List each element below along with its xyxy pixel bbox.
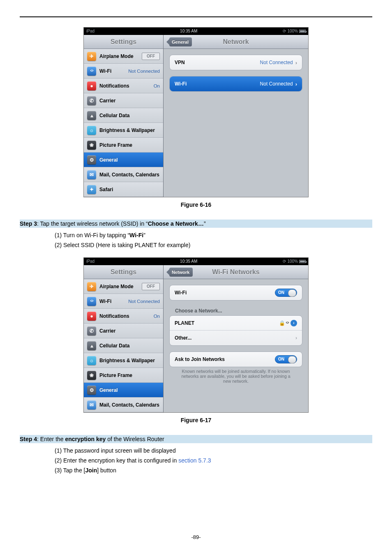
step4-item3-suffix: ] button [97, 467, 116, 474]
step-3-bold: Choose a Network… [148, 220, 204, 227]
step-3-text-prefix: : Tap the target wireless network (SSID)… [37, 220, 148, 227]
battery-icon [299, 260, 306, 263]
sidebar-item-notifications[interactable]: ● Notifications On [84, 309, 163, 324]
step-4-text-suffix: of the Wireless Router [106, 436, 164, 442]
other-label: Other... [175, 335, 191, 341]
detail-panel: Network General VPN Not Connected › [164, 35, 308, 197]
orientation-lock-icon: ⟳ [283, 28, 286, 35]
wifi-state: Not Connected [128, 69, 160, 74]
wifi-icon: ⌔ [87, 297, 96, 306]
status-ipad: iPad [86, 258, 95, 265]
step-3-sublist: (1) Turn on Wi-Fi by tapping “Wi-Fi” (2)… [20, 230, 372, 250]
notifications-label: Notifications [99, 83, 129, 89]
picture-frame-label: Picture Frame [99, 142, 132, 148]
chevron-right-icon: › [295, 60, 297, 66]
back-button-general[interactable]: General [169, 37, 192, 46]
status-ipad: iPad [86, 28, 95, 35]
status-time: 10:35 AM [95, 258, 283, 265]
step4-item3-bold: Join [85, 467, 97, 474]
step-4-item-1: (1) The password input screen will be di… [55, 446, 372, 456]
battery-percent: 100% [287, 258, 298, 265]
sidebar-item-general[interactable]: ⚙ General [84, 383, 163, 398]
wifi-switch[interactable]: ON [275, 289, 297, 297]
sidebar-item-safari[interactable]: ✦ Safari [84, 182, 163, 197]
sidebar-item-cellular[interactable]: ⟁ Cellular Data [84, 108, 163, 123]
sidebar-item-airplane[interactable]: ✈ Airplane Mode OFF [84, 279, 163, 294]
cellular-label: Cellular Data [99, 113, 129, 118]
status-bar: iPad 10:35 AM ⟳ 100% [84, 28, 308, 35]
section-5-7-3-link[interactable]: section 5.7.3 [178, 457, 211, 464]
wifi-icon: ⌔ [87, 67, 96, 76]
step-4-bold: encryption key [65, 436, 106, 442]
step-3-item-2: (2) Select SSID (Here is taking PLANET f… [55, 240, 372, 250]
general-label: General [99, 157, 118, 163]
airplane-toggle[interactable]: OFF [142, 283, 160, 290]
network-row-planet[interactable]: PLANET 🔒 ⌔ › [170, 316, 302, 331]
safari-label: Safari [99, 187, 113, 192]
ask-join-note: Known networks will be joined automatica… [169, 367, 302, 384]
wifi-label: Wi-Fi [99, 298, 111, 304]
general-icon: ⚙ [87, 155, 96, 164]
picture-frame-icon: ❀ [87, 141, 96, 150]
network-row-wifi[interactable]: Wi-Fi Not Connected › [170, 76, 302, 91]
step-4-sublist: (1) The password input screen will be di… [20, 446, 372, 475]
step-3-label: Step 3 [20, 220, 37, 227]
carrier-label: Carrier [99, 328, 115, 334]
wifi-toggle-row[interactable]: Wi-Fi ON [170, 285, 302, 300]
sidebar-item-mail[interactable]: ✉ Mail, Contacts, Calendars [84, 167, 163, 182]
wifi-label: Wi-Fi [99, 68, 111, 74]
cellular-icon: ⟁ [87, 111, 96, 120]
notifications-icon: ● [87, 81, 96, 90]
sidebar-item-notifications[interactable]: ● Notifications On [84, 79, 163, 93]
vpn-label: VPN [175, 60, 185, 65]
sidebar-item-general[interactable]: ⚙ General [84, 153, 163, 167]
step4-item3-prefix: (3) Tap the [ [55, 467, 85, 474]
mail-icon: ✉ [87, 170, 96, 179]
cellular-label: Cellular Data [99, 343, 129, 349]
picture-frame-label: Picture Frame [99, 372, 132, 378]
sidebar-item-mail[interactable]: ✉ Mail, Contacts, Calendars [84, 398, 163, 412]
airplane-icon: ✈ [87, 282, 96, 291]
step-4-item-3: (3) Tap the [Join] button [55, 465, 372, 475]
sidebar-item-cellular[interactable]: ⟁ Cellular Data [84, 338, 163, 353]
sidebar-item-brightness[interactable]: ☼ Brightness & Wallpaper [84, 123, 163, 138]
back-button-network[interactable]: Network [169, 268, 193, 277]
wifi-signal-icon: ⌔ [286, 320, 289, 326]
wifi-row-label: Wi-Fi [175, 81, 187, 87]
figure-6-16-screenshot: iPad 10:35 AM ⟳ 100% Settings ✈ Airplane… [83, 27, 309, 197]
notifications-label: Notifications [99, 313, 129, 319]
wifi-row-value: Not Connected [260, 81, 293, 87]
step-3-item-1: (1) Turn on Wi-Fi by tapping “Wi-Fi” [55, 230, 372, 240]
ask-join-row[interactable]: Ask to Join Networks ON [170, 352, 302, 367]
carrier-icon: ✆ [87, 96, 96, 105]
airplane-icon: ✈ [87, 52, 96, 61]
battery-percent: 100% [287, 28, 298, 35]
sidebar-item-wifi[interactable]: ⌔ Wi-Fi Not Connected [84, 294, 163, 309]
brightness-label: Brightness & Wallpaper [99, 358, 155, 363]
figure-6-17-caption: Figure 6-17 [20, 417, 372, 423]
network-row-vpn[interactable]: VPN Not Connected › [170, 55, 302, 70]
sidebar-item-airplane[interactable]: ✈ Airplane Mode OFF [84, 49, 163, 64]
figure-6-16-caption: Figure 6-16 [20, 201, 372, 208]
step3-item1-prefix: (1) Turn on Wi-Fi by tapping “ [55, 232, 129, 238]
brightness-icon: ☼ [87, 126, 96, 135]
ask-join-label: Ask to Join Networks [175, 356, 225, 362]
battery-icon [299, 30, 306, 33]
general-label: General [99, 387, 118, 393]
disclosure-icon[interactable]: › [291, 320, 297, 326]
ask-join-switch[interactable]: ON [275, 355, 297, 363]
sidebar-item-wifi[interactable]: ⌔ Wi-Fi Not Connected [84, 64, 163, 79]
picture-frame-icon: ❀ [87, 371, 96, 380]
sidebar-item-picture-frame[interactable]: ❀ Picture Frame [84, 368, 163, 383]
step-4-line: Step 4: Enter the encryption key of the … [20, 435, 372, 443]
settings-sidebar: Settings ✈ Airplane Mode OFF ⌔ Wi-Fi Not… [84, 265, 164, 412]
airplane-toggle[interactable]: OFF [142, 53, 160, 60]
sidebar-item-carrier[interactable]: ✆ Carrier [84, 93, 163, 108]
step-3-text-suffix: ” [204, 220, 206, 227]
sidebar-item-brightness[interactable]: ☼ Brightness & Wallpaper [84, 353, 163, 368]
network-name: PLANET [175, 320, 194, 326]
carrier-label: Carrier [99, 98, 115, 104]
network-row-other[interactable]: Other... › [170, 331, 302, 345]
sidebar-item-carrier[interactable]: ✆ Carrier [84, 324, 163, 338]
sidebar-item-picture-frame[interactable]: ❀ Picture Frame [84, 138, 163, 153]
